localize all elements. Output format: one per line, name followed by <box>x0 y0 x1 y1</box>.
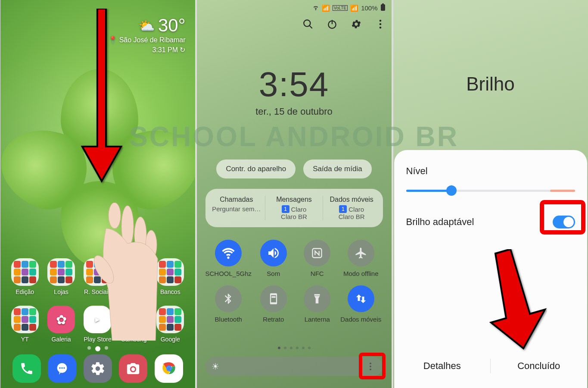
highlight-box-more <box>359 353 386 379</box>
tile-flashlight[interactable]: Lanterna <box>296 285 339 323</box>
quick-tiles-grid: SCHOOL_5Ghz Som NFC Modo offline Bluetoo… <box>205 240 383 323</box>
svg-marker-0 <box>82 9 121 181</box>
sheet-actions: Detalhes Concluído <box>394 354 587 378</box>
sun-icon: ☀ <box>212 361 219 372</box>
svg-rect-25 <box>271 296 275 298</box>
tile-nfc[interactable]: NFC <box>296 240 339 278</box>
signal2-icon: 📶 <box>350 4 358 12</box>
wifi-icon <box>312 4 319 12</box>
panel-clock[interactable]: 3:54 ter., 15 de outubro <box>197 65 392 117</box>
sim-data[interactable]: Dados móveis 1Claro Claro BR <box>323 196 380 220</box>
hand-gesture-graphic <box>87 203 164 341</box>
weather-icon: ⛅ <box>139 18 155 33</box>
phone-triptych: ⛅ 30° 📍 São José de Ribamar 3:31 PM ↻ Ed… <box>0 0 588 388</box>
app-galeria[interactable]: ✿Galeria <box>44 306 78 343</box>
tile-bluetooth[interactable]: Bluetooth <box>205 285 252 323</box>
adaptive-label: Brilho adaptável <box>406 216 474 228</box>
dock-messages-app[interactable] <box>48 354 76 383</box>
svg-point-10 <box>131 367 135 371</box>
svg-point-23 <box>379 27 381 29</box>
phone-3-brightness: Brilho Nível Brilho adaptável Detalhes C… <box>393 0 588 388</box>
folder-lojas[interactable]: Lojas <box>44 258 78 295</box>
svg-rect-16 <box>382 3 384 4</box>
swipe-down-arrow-annotation <box>80 9 123 190</box>
svg-point-7 <box>59 367 60 369</box>
folder-edicao[interactable]: Edição <box>8 258 42 295</box>
tile-sound[interactable]: Som <box>252 240 295 278</box>
svg-point-8 <box>61 367 62 369</box>
svg-point-9 <box>63 367 65 369</box>
power-icon[interactable] <box>326 18 338 30</box>
search-icon[interactable] <box>302 18 314 30</box>
level-label: Nível <box>406 166 575 177</box>
tile-rotate[interactable]: Retrato <box>252 285 295 323</box>
chip-media-output[interactable]: Saída de mídia <box>303 160 371 178</box>
dock-phone-app[interactable] <box>12 354 41 383</box>
brightness-slider[interactable] <box>406 186 575 195</box>
tiles-page-indicator[interactable] <box>197 347 392 349</box>
svg-point-22 <box>379 23 381 25</box>
svg-point-1 <box>109 203 121 228</box>
svg-point-17 <box>304 20 310 26</box>
details-button[interactable]: Detalhes <box>394 354 491 378</box>
sim-manager-row[interactable]: Chamadas Perguntar sem… Mensagens 1Claro… <box>205 189 383 227</box>
dock-camera-app[interactable] <box>119 354 147 383</box>
status-bar: 📶 VoLTE 📶 100% <box>312 3 386 13</box>
highlight-box-toggle <box>540 200 585 235</box>
temperature: 30° <box>158 15 186 36</box>
dock-settings-app[interactable] <box>84 354 112 383</box>
panel-chips: Contr. do aparelho Saída de mídia <box>197 160 392 178</box>
svg-rect-15 <box>381 4 385 11</box>
more-icon[interactable] <box>374 18 386 30</box>
phone-2-quickpanel: 📶 VoLTE 📶 100% 3:54 ter., 15 de outubro … <box>197 0 392 388</box>
sim-messages[interactable]: Mensagens 1Claro Claro BR <box>265 196 323 220</box>
phone-1-homescreen: ⛅ 30° 📍 São José de Ribamar 3:31 PM ↻ Ed… <box>0 0 195 388</box>
gear-icon[interactable] <box>350 18 362 30</box>
signal-icon: 📶 <box>322 4 330 12</box>
tile-mobile-data[interactable]: Dados móveis <box>339 285 383 323</box>
folder-yt[interactable]: YT <box>8 306 42 343</box>
battery-pct: 100% <box>361 4 377 12</box>
sim-calls[interactable]: Chamadas Perguntar sem… <box>208 196 266 220</box>
svg-marker-26 <box>491 249 545 348</box>
tap-done-arrow-annotation <box>482 249 547 353</box>
page-indicator[interactable] <box>0 346 195 351</box>
svg-point-14 <box>167 366 171 370</box>
battery-icon <box>380 3 386 13</box>
clock-time: 3:54 <box>197 65 392 104</box>
dock <box>0 354 195 383</box>
clock-date: ter., 15 de outubro <box>197 106 392 117</box>
volte-icon: VoLTE <box>333 5 348 11</box>
done-button[interactable]: Concluído <box>491 354 587 378</box>
chip-device-controls[interactable]: Contr. do aparelho <box>216 160 296 178</box>
brightness-header: Brilho <box>393 73 588 95</box>
tile-wifi[interactable]: SCHOOL_5Ghz <box>205 240 252 278</box>
svg-line-18 <box>309 25 312 28</box>
panel-top-actions <box>302 18 386 30</box>
svg-point-21 <box>379 20 381 22</box>
tile-airplane[interactable]: Modo offline <box>339 240 383 278</box>
slider-thumb[interactable] <box>446 185 457 196</box>
brightness-bar[interactable]: ☀ <box>205 357 383 376</box>
dock-chrome-app[interactable] <box>155 354 183 383</box>
